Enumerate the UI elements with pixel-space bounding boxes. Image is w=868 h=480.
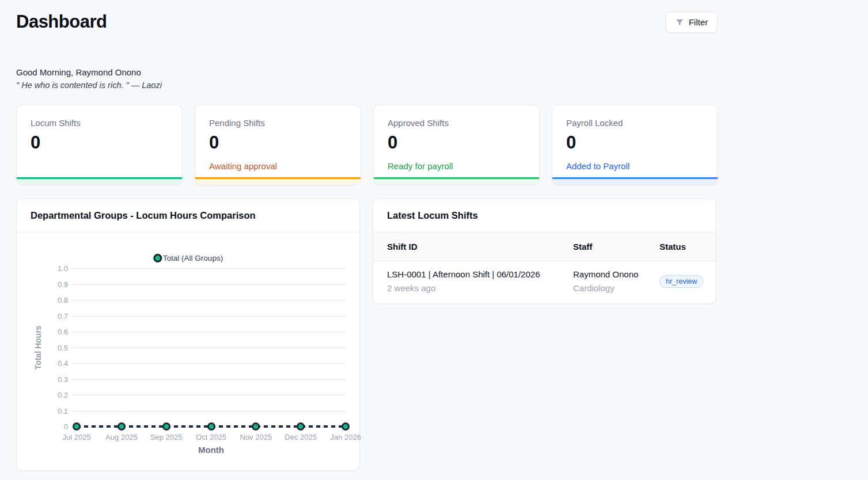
data-point-marker: [162, 422, 170, 431]
gridline: [72, 300, 346, 300]
stat-accent-strip: [195, 179, 361, 185]
data-point-marker: [297, 422, 305, 431]
filter-button[interactable]: Filter: [665, 12, 718, 33]
latest-shifts-title: Latest Locum Shifts: [373, 199, 716, 232]
gridline: [72, 395, 346, 395]
stat-card-locum-shifts: Locum Shifts 0: [16, 105, 183, 185]
stat-status: Added to Payroll: [566, 161, 630, 171]
stat-value: 0: [31, 132, 168, 153]
greeting-quote: " He who is contented is rich. " — Laozi: [16, 81, 718, 90]
data-point-marker: [342, 422, 350, 431]
gridline: [72, 379, 346, 380]
gridline: [72, 284, 346, 285]
greeting-block: Good Morning, Raymond Onono " He who is …: [16, 67, 718, 90]
y-tick-label: 0.5: [58, 343, 68, 352]
status-cell: hr_review: [659, 275, 703, 288]
y-tick-label: 0: [64, 422, 68, 431]
staff-cell: Raymond Onono Cardiology: [573, 269, 659, 293]
stat-value: 0: [388, 132, 525, 153]
gridline: [72, 363, 346, 364]
gridline: [72, 411, 346, 412]
data-point-marker: [252, 422, 260, 431]
gridline: [72, 332, 346, 332]
y-tick-label: 0.9: [58, 280, 68, 288]
gridline: [72, 348, 346, 348]
gridline: [72, 316, 346, 317]
x-axis: Jul 2025Aug 2025Sep 2025Oct 2025Nov 2025…: [77, 433, 346, 442]
chart-title: Departmental Groups - Locum Hours Compar…: [17, 199, 359, 232]
y-tick-label: 1.0: [58, 264, 68, 273]
column-header-shift-id: Shift ID: [387, 242, 573, 252]
chart-plot-area: 1.00.90.80.70.60.50.40.30.20.10: [77, 268, 346, 426]
data-point-marker: [117, 422, 126, 431]
stat-card-pending-shifts: Pending Shifts 0 Awaiting approval: [195, 105, 361, 185]
chart-legend-item[interactable]: Total (All Groups): [153, 254, 223, 262]
chart-card: Departmental Groups - Locum Hours Compar…: [16, 199, 360, 471]
stat-cards-row: Locum Shifts 0 Pending Shifts 0 Awaiting…: [16, 105, 718, 185]
stat-label: Locum Shifts: [31, 118, 168, 128]
x-tick-label: Jul 2025: [62, 433, 90, 441]
stat-status: Awaiting approval: [209, 161, 277, 171]
stat-accent-strip: [374, 179, 539, 185]
table-row[interactable]: LSH-0001 | Afternoon Shift | 06/01/2026 …: [373, 261, 716, 303]
x-tick-label: Oct 2025: [196, 433, 226, 441]
x-axis-title: Month: [77, 445, 346, 455]
shift-id-cell: LSH-0001 | Afternoon Shift | 06/01/2026 …: [387, 269, 573, 293]
y-axis-title: Total Hours: [33, 326, 43, 370]
data-point-marker: [207, 422, 215, 431]
column-header-staff: Staff: [573, 242, 659, 252]
x-tick-label: Sep 2025: [150, 433, 183, 441]
greeting-text: Good Morning, Raymond Onono: [16, 67, 718, 77]
status-badge: hr_review: [659, 275, 703, 288]
funnel-icon: [675, 18, 684, 27]
stat-value: 0: [209, 132, 347, 153]
gridline: [72, 268, 346, 269]
stat-accent-strip: [17, 179, 182, 185]
stat-value: 0: [566, 132, 704, 153]
main-content: Dashboard Filter Good Morning, Raymond O…: [16, 0, 718, 471]
column-header-status: Status: [659, 242, 702, 252]
legend-swatch-icon: [153, 254, 162, 262]
panels-row: Departmental Groups - Locum Hours Compar…: [16, 199, 718, 471]
page-title: Dashboard: [16, 12, 107, 32]
filter-button-label: Filter: [689, 17, 708, 27]
y-tick-label: 0.7: [58, 311, 68, 320]
stat-card-approved-shifts: Approved Shifts 0 Ready for payroll: [373, 105, 540, 185]
stat-label: Approved Shifts: [388, 118, 525, 128]
data-point-marker: [73, 422, 81, 431]
y-tick-label: 0.6: [58, 327, 68, 336]
staff-department: Cardiology: [573, 283, 659, 293]
shift-id-text: LSH-0001 | Afternoon Shift | 06/01/2026: [387, 269, 573, 279]
stat-accent-strip: [552, 179, 718, 185]
latest-shifts-card: Latest Locum Shifts Shift ID Staff Statu…: [373, 199, 717, 304]
x-tick-label: Dec 2025: [285, 433, 317, 441]
y-tick-label: 0.2: [58, 391, 68, 399]
staff-name: Raymond Onono: [573, 269, 659, 279]
y-tick-label: 0.4: [58, 359, 68, 368]
x-tick-label: Jan 2026: [330, 433, 361, 441]
chart-body: Total (All Groups) Total Hours 1.00.90.8…: [17, 233, 359, 470]
y-tick-label: 0.3: [58, 375, 68, 383]
shift-time-ago: 2 weeks ago: [387, 283, 573, 293]
legend-label: Total (All Groups): [163, 254, 223, 262]
stat-label: Payroll Locked: [566, 118, 704, 128]
y-tick-label: 0.1: [58, 406, 68, 415]
x-tick-label: Nov 2025: [240, 433, 272, 441]
y-tick-label: 0.8: [58, 296, 68, 304]
stat-card-payroll-locked: Payroll Locked 0 Added to Payroll: [552, 105, 718, 185]
top-bar: Dashboard Filter: [16, 0, 718, 33]
table-header-row: Shift ID Staff Status: [373, 233, 716, 261]
stat-label: Pending Shifts: [209, 118, 347, 128]
stat-status: Ready for payroll: [388, 161, 453, 171]
x-tick-label: Aug 2025: [105, 433, 138, 441]
